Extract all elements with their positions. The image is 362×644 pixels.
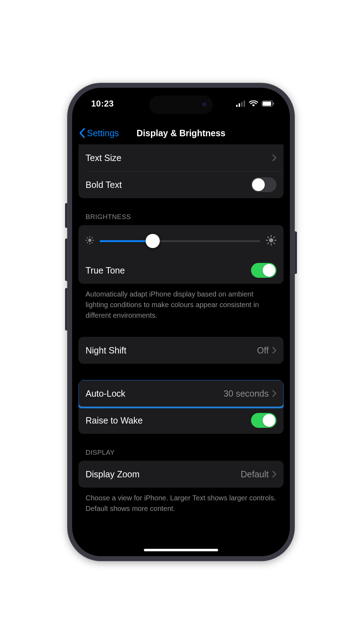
night-shift-row[interactable]: Night Shift Off xyxy=(78,337,284,364)
svg-rect-2 xyxy=(241,102,243,107)
svg-line-14 xyxy=(87,242,88,243)
front-camera-icon xyxy=(202,102,207,107)
screen: 10:23 xyxy=(72,88,290,556)
svg-point-16 xyxy=(269,238,273,242)
display-zoom-group: Display Zoom Default xyxy=(78,461,284,488)
dynamic-island xyxy=(149,96,213,114)
auto-lock-value: 30 seconds xyxy=(223,389,269,399)
lock-group: Auto-Lock 30 seconds Raise to Wake xyxy=(78,380,284,434)
auto-lock-row[interactable]: Auto-Lock 30 seconds xyxy=(78,380,284,407)
svg-line-23 xyxy=(268,243,269,244)
display-zoom-row[interactable]: Display Zoom Default xyxy=(78,461,284,488)
status-icons xyxy=(236,100,274,107)
chevron-right-icon xyxy=(272,471,276,478)
raise-to-wake-label: Raise to Wake xyxy=(86,415,251,426)
text-appearance-group: Text Size Bold Text xyxy=(78,144,284,198)
svg-line-15 xyxy=(92,238,93,238)
bold-text-toggle[interactable] xyxy=(251,177,276,192)
back-label: Settings xyxy=(87,128,119,138)
page-title: Display & Brightness xyxy=(136,128,225,138)
brightness-footer: Automatically adapt iPhone display based… xyxy=(78,284,284,321)
night-shift-value: Off xyxy=(257,345,269,356)
night-shift-label: Night Shift xyxy=(86,345,257,356)
brightness-group: True Tone xyxy=(78,225,284,284)
phone-frame: 10:23 xyxy=(67,83,295,561)
chevron-right-icon xyxy=(272,154,276,161)
svg-rect-1 xyxy=(239,103,240,107)
svg-line-22 xyxy=(274,243,275,244)
text-size-label: Text Size xyxy=(86,153,272,163)
raise-to-wake-row: Raise to Wake xyxy=(78,407,284,434)
home-indicator[interactable] xyxy=(144,549,218,551)
svg-line-13 xyxy=(92,242,93,243)
chevron-left-icon xyxy=(79,128,86,138)
svg-rect-5 xyxy=(263,102,271,106)
text-size-row[interactable]: Text Size xyxy=(78,144,284,171)
display-zoom-value: Default xyxy=(241,469,269,479)
back-button[interactable]: Settings xyxy=(79,128,119,138)
svg-line-24 xyxy=(274,237,275,238)
nav-bar: Settings Display & Brightness xyxy=(72,122,290,144)
svg-line-21 xyxy=(268,237,269,238)
chevron-right-icon xyxy=(272,347,276,354)
true-tone-toggle[interactable] xyxy=(251,263,276,278)
sun-large-icon xyxy=(266,235,276,247)
bold-text-label: Bold Text xyxy=(86,180,251,190)
brightness-header: BRIGHTNESS xyxy=(78,198,284,225)
true-tone-label: True Tone xyxy=(86,265,251,276)
display-footer: Choose a view for iPhone. Larger Text sh… xyxy=(78,488,284,514)
sun-small-icon xyxy=(86,236,94,246)
svg-point-7 xyxy=(88,239,92,242)
true-tone-row: True Tone xyxy=(78,257,284,284)
status-time: 10:23 xyxy=(91,99,114,109)
brightness-slider[interactable] xyxy=(100,240,260,242)
raise-to-wake-toggle[interactable] xyxy=(251,413,276,428)
svg-rect-6 xyxy=(273,103,274,105)
svg-rect-0 xyxy=(236,105,238,107)
brightness-slider-row xyxy=(78,225,284,257)
battery-icon xyxy=(262,100,274,107)
cellular-icon xyxy=(236,100,245,107)
svg-line-12 xyxy=(87,238,88,238)
night-shift-group: Night Shift Off xyxy=(78,337,284,364)
auto-lock-label: Auto-Lock xyxy=(86,389,223,399)
svg-rect-3 xyxy=(244,100,245,107)
bold-text-row: Bold Text xyxy=(78,171,284,198)
wifi-icon xyxy=(249,100,258,107)
chevron-right-icon xyxy=(272,390,276,397)
display-zoom-label: Display Zoom xyxy=(86,469,241,479)
display-header: DISPLAY xyxy=(78,434,284,461)
settings-content[interactable]: Text Size Bold Text BRIGHTNESS xyxy=(72,144,290,556)
